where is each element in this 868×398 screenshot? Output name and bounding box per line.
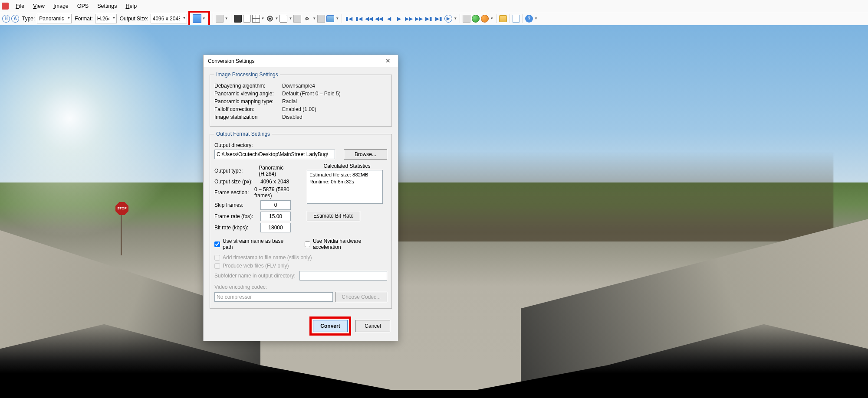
outsize-value: 4096 x 2048 — [260, 179, 289, 185]
rewind-icon[interactable]: ◀◀ — [375, 14, 383, 23]
outputsize-label: Output Size: — [120, 16, 148, 22]
help-icon[interactable]: ? — [525, 15, 533, 23]
format-select[interactable]: H.264 — [95, 14, 117, 23]
cancel-button[interactable]: Cancel — [355, 320, 390, 332]
go-start-icon[interactable]: ▮◀ — [345, 14, 353, 23]
chk-streamname[interactable]: Use stream name as base path — [214, 238, 292, 250]
dropdown-icon-7[interactable]: ▼ — [454, 16, 457, 20]
tool-icon-3[interactable] — [463, 15, 470, 23]
folder-icon[interactable] — [499, 15, 507, 22]
tool-gray-1[interactable] — [216, 15, 224, 23]
dropdown-icon-2[interactable]: ▼ — [261, 16, 265, 20]
browse-button[interactable]: Browse... — [344, 149, 387, 160]
section-value: 0 – 5879 (5880 frames) — [254, 186, 301, 199]
menubar: File View Image GPS Settings Help — [0, 0, 868, 12]
outputdir-input[interactable] — [214, 150, 335, 159]
menu-gps[interactable]: GPS — [73, 1, 93, 11]
output-format-legend: Output Format Settings — [214, 131, 272, 137]
menu-view[interactable]: View — [29, 1, 49, 11]
maptype-label: Panoramic mapping type: — [214, 98, 279, 104]
convert-button[interactable]: Convert — [313, 320, 348, 332]
eye-icon[interactable] — [266, 15, 274, 23]
record-a-icon[interactable]: A — [11, 15, 19, 23]
page-icon[interactable] — [513, 15, 519, 23]
outputdir-label: Output directory: — [214, 142, 253, 148]
outputsize-select[interactable]: 4096 x 2048 — [151, 14, 187, 23]
dropdown-icon-5[interactable]: ▼ — [312, 16, 316, 20]
skip-input[interactable] — [260, 200, 291, 210]
menu-help[interactable]: Help — [121, 1, 141, 11]
dropdown-icon-6[interactable]: ▼ — [335, 16, 339, 20]
stabilization-value: Disabled — [282, 114, 302, 120]
bitrate-input[interactable] — [260, 223, 291, 232]
record-h-icon[interactable]: H — [2, 15, 10, 23]
dropdown-icon[interactable]: ▼ — [225, 16, 228, 20]
stop-sign: STOP — [115, 202, 128, 215]
dropdown-icon-8[interactable]: ▼ — [490, 16, 493, 20]
type-label: Type: — [22, 16, 35, 22]
menu-settings[interactable]: Settings — [93, 1, 121, 11]
subfolder-label: Subfolder name in output directory: — [214, 273, 297, 279]
convert-toolbar-highlight: ▼ — [188, 11, 210, 26]
convert-icon[interactable] — [193, 14, 201, 23]
step-back-icon[interactable]: ◀ — [385, 14, 393, 23]
debayer-label: Debayering algorithm: — [214, 83, 279, 89]
forward-icon[interactable]: ▶▶ — [404, 14, 413, 23]
image-processing-legend: Image Processing Settings — [214, 72, 280, 78]
outtype-value: Panoramic (H.264) — [259, 165, 301, 177]
viewangle-value: Default (Front 0 – Pole 5) — [282, 91, 341, 97]
section-label: Frame section: — [214, 189, 252, 196]
falloff-label: Falloff correction: — [214, 106, 279, 112]
codec-label: Video encoding codec: — [214, 284, 387, 290]
calc-stats-title: Calculated Statistics — [307, 163, 387, 169]
skip-prev-icon[interactable]: ▮◀ — [355, 14, 363, 23]
chk-timestamp: Add timestamp to file name (stills only) — [214, 254, 387, 261]
app-icon — [2, 3, 9, 10]
chk-nvidia[interactable]: Use Nvidia hardware acceleration — [305, 238, 387, 250]
panorama-viewport[interactable]: STOP Conversion Settings ✕ Image Process… — [0, 25, 868, 398]
dropdown-icon-9[interactable]: ▼ — [534, 16, 538, 20]
falloff-value: Enabled (1.00) — [282, 106, 316, 112]
settings-gear-icon[interactable]: ⚙ — [302, 14, 311, 23]
subfolder-input — [299, 271, 387, 281]
tool-icon[interactable] — [293, 15, 301, 23]
close-button[interactable]: ✕ — [381, 56, 395, 66]
convert-dropdown-icon[interactable]: ▼ — [202, 16, 206, 20]
chk-webfiles: Produce web files (FLV only) — [214, 263, 387, 269]
globe-orange-icon[interactable] — [481, 15, 489, 23]
fps-label: Frame rate (fps): — [214, 213, 258, 219]
dropdown-icon-3[interactable]: ▼ — [275, 16, 279, 20]
skip-next-icon[interactable]: ▶▮ — [424, 14, 433, 23]
calc-stats-box: Estimated file size: 882MB Runtime: 0h:6… — [307, 170, 383, 204]
menu-image[interactable]: Image — [49, 1, 73, 11]
view-light-icon[interactable] — [243, 15, 251, 23]
calc-filesize: Estimated file size: 882MB — [309, 172, 380, 179]
convert-highlight: Convert — [309, 316, 351, 336]
play-circle-icon[interactable]: ▶ — [444, 15, 452, 23]
forward-fast-icon[interactable]: ▶▶ — [414, 14, 423, 23]
go-end-icon[interactable]: ▶▮ — [434, 14, 443, 23]
estimate-bitrate-button[interactable]: Estimate Bit Rate — [307, 211, 360, 221]
tool-icon-2[interactable] — [317, 15, 325, 23]
dropdown-icon-4[interactable]: ▼ — [289, 16, 292, 20]
output-format-fieldset: Output Format Settings Output directory:… — [210, 131, 392, 309]
image-processing-fieldset: Image Processing Settings Debayering alg… — [210, 72, 392, 127]
window-icon[interactable] — [279, 15, 287, 23]
grid-icon[interactable] — [252, 15, 260, 23]
dialog-title: Conversion Settings — [208, 58, 254, 64]
calc-runtime: Runtime: 0h:6m:32s — [309, 179, 380, 186]
format-label: Format: — [75, 16, 92, 22]
view-dark-icon[interactable] — [234, 15, 242, 23]
rewind-fast-icon[interactable]: ◀◀ — [365, 14, 373, 23]
choose-codec-button: Choose Codec... — [335, 292, 387, 302]
globe-green-icon[interactable] — [472, 15, 480, 23]
sign-pole — [121, 214, 122, 255]
codec-input — [214, 292, 333, 302]
maptype-value: Radial — [282, 98, 297, 104]
type-select[interactable]: Panoramic — [37, 14, 72, 23]
image-icon[interactable] — [326, 15, 334, 22]
menu-file[interactable]: File — [11, 1, 29, 11]
play-icon[interactable]: ▶ — [395, 14, 403, 23]
viewangle-label: Panoramic viewing angle: — [214, 91, 279, 97]
fps-input[interactable] — [260, 212, 291, 221]
